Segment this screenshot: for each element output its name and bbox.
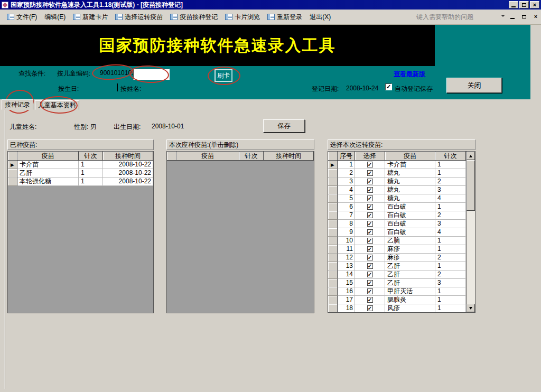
mdi-close-button[interactable]: ×: [531, 13, 540, 20]
row-checkbox[interactable]: ✓: [367, 246, 373, 252]
menu-item-4[interactable]: 选择运转疫苗: [111, 11, 166, 23]
birth-date-label: 出生日期:: [114, 123, 141, 132]
vertical-scrollbar[interactable]: [466, 152, 475, 312]
menu-item-1[interactable]: 文件(F): [3, 11, 41, 23]
row-selector[interactable]: [328, 203, 338, 211]
row-selector[interactable]: [328, 186, 338, 194]
help-question-box[interactable]: 键入需要帮助的问题: [416, 13, 506, 22]
close-window-button[interactable]: ×: [530, 1, 539, 8]
menu-item-6[interactable]: 卡片浏览: [221, 11, 264, 23]
given-panel-title: 已种疫苗:: [7, 139, 154, 150]
table-row[interactable]: 14✓乙肝2: [328, 270, 466, 279]
scrollbar-track[interactable]: [467, 211, 475, 304]
row-selector[interactable]: [328, 237, 338, 245]
scrollbar-thumb[interactable]: [467, 160, 475, 211]
vaccine-cell: 风疹: [385, 304, 435, 313]
scroll-down-button[interactable]: [467, 304, 475, 312]
row-selector[interactable]: ▶: [8, 161, 17, 169]
table-row[interactable]: 4✓糖丸3: [328, 186, 466, 194]
table-row[interactable]: 11✓麻疹1: [328, 245, 466, 254]
table-row[interactable]: 15✓乙肝3: [328, 279, 466, 287]
row-selector[interactable]: [328, 245, 338, 254]
save-button[interactable]: 保存: [263, 119, 305, 133]
vaccine-cell: 百白破: [385, 228, 435, 237]
table-row[interactable]: 10✓乙脑1: [328, 237, 466, 245]
menu-item-3[interactable]: 新建卡片: [69, 11, 111, 23]
table-row[interactable]: 7✓百白破2: [328, 211, 466, 220]
table-row[interactable]: 13✓乙肝1: [328, 262, 466, 270]
app-icon: [2, 2, 8, 8]
row-selector[interactable]: [328, 220, 338, 228]
row-checkbox[interactable]: ✓: [367, 305, 373, 311]
close-button[interactable]: 关闭: [446, 78, 502, 93]
row-selector[interactable]: [328, 194, 338, 203]
latest-version-link[interactable]: 查看最新版: [394, 70, 425, 79]
row-checkbox[interactable]: ✓: [367, 170, 373, 176]
row-checkbox[interactable]: ✓: [367, 212, 373, 218]
row-checkbox[interactable]: ✓: [367, 238, 373, 244]
table-row[interactable]: 16✓甲肝灭活1: [328, 287, 466, 296]
table-row[interactable]: 5✓糖丸4: [328, 194, 466, 203]
row-checkbox[interactable]: ✓: [367, 221, 373, 227]
table-row[interactable]: 3✓糖丸2: [328, 178, 466, 186]
row-checkbox[interactable]: ✓: [367, 195, 373, 201]
menu-item-7[interactable]: 重新登录: [264, 11, 306, 23]
minimize-button[interactable]: [509, 1, 518, 8]
row-selector[interactable]: [328, 262, 338, 270]
menu-item-2[interactable]: 编辑(E): [41, 11, 69, 23]
scroll-up-button[interactable]: [467, 152, 475, 160]
menu-item-label: 编辑(E): [44, 13, 66, 22]
row-checkbox[interactable]: ✓: [367, 297, 373, 303]
row-selector[interactable]: [328, 270, 338, 279]
row-selector[interactable]: [328, 178, 338, 186]
row-checkbox[interactable]: ✓: [367, 263, 373, 269]
row-checkbox[interactable]: ✓: [367, 162, 373, 167]
row-selector[interactable]: [328, 254, 338, 262]
dose-cell: 1: [435, 262, 466, 270]
table-row[interactable]: 本轮强化糖12008-10-22: [8, 178, 153, 186]
row-selector[interactable]: [328, 228, 338, 237]
table-row[interactable]: ▶卡介苗12008-10-22: [8, 161, 153, 169]
row-checkbox[interactable]: ✓: [367, 272, 373, 277]
chevron-down-icon[interactable]: [501, 15, 505, 17]
table-row[interactable]: 2✓糖丸1: [328, 169, 466, 178]
row-selector[interactable]: [328, 279, 338, 287]
row-selector[interactable]: [328, 211, 338, 220]
table-row[interactable]: ▶1✓卡介苗1: [328, 161, 466, 169]
table-row[interactable]: 17✓腮腺炎1: [328, 296, 466, 304]
select-cell: ✓: [355, 270, 385, 279]
row-checkbox[interactable]: ✓: [367, 179, 373, 184]
row-selector[interactable]: [328, 304, 338, 313]
row-selector[interactable]: [328, 169, 338, 178]
table-row[interactable]: 6✓百白破1: [328, 203, 466, 211]
table-row[interactable]: 乙肝12008-10-22: [8, 169, 153, 178]
row-selector[interactable]: [328, 296, 338, 304]
select-cell: ✓: [355, 161, 385, 169]
row-selector[interactable]: [8, 169, 17, 178]
date-cell: 2008-10-22: [103, 178, 153, 186]
menu-item-5[interactable]: 疫苗接种登记: [166, 11, 221, 23]
restore-button[interactable]: [519, 1, 529, 8]
tab-vaccination-record[interactable]: 接种记录: [2, 99, 33, 110]
table-row[interactable]: 18✓风疹1: [328, 304, 466, 313]
menu-item-8[interactable]: 退出(X): [306, 11, 334, 23]
birth-date-value: 2008-10-01: [152, 123, 184, 130]
row-selector[interactable]: [328, 287, 338, 296]
mdi-restore-button[interactable]: [520, 13, 528, 20]
row-checkbox[interactable]: ✓: [367, 255, 373, 260]
row-selector[interactable]: ▶: [328, 161, 338, 169]
row-checkbox[interactable]: ✓: [367, 187, 373, 193]
minimize-icon: [511, 6, 516, 7]
row-checkbox[interactable]: ✓: [367, 280, 373, 286]
due-vaccines-grid: 疫苗针次接种时间: [166, 151, 314, 313]
mdi-minimize-button[interactable]: [508, 13, 517, 20]
autosave-checkbox[interactable]: ✓: [385, 83, 392, 90]
row-checkbox[interactable]: ✓: [367, 204, 373, 210]
table-row[interactable]: 9✓百白破4: [328, 228, 466, 237]
table-row[interactable]: 12✓麻疹2: [328, 254, 466, 262]
vaccine-cell: 卡介苗: [17, 161, 79, 169]
row-checkbox[interactable]: ✓: [367, 288, 373, 294]
row-checkbox[interactable]: ✓: [367, 229, 373, 235]
row-selector[interactable]: [8, 178, 17, 186]
table-row[interactable]: 8✓百白破3: [328, 220, 466, 228]
